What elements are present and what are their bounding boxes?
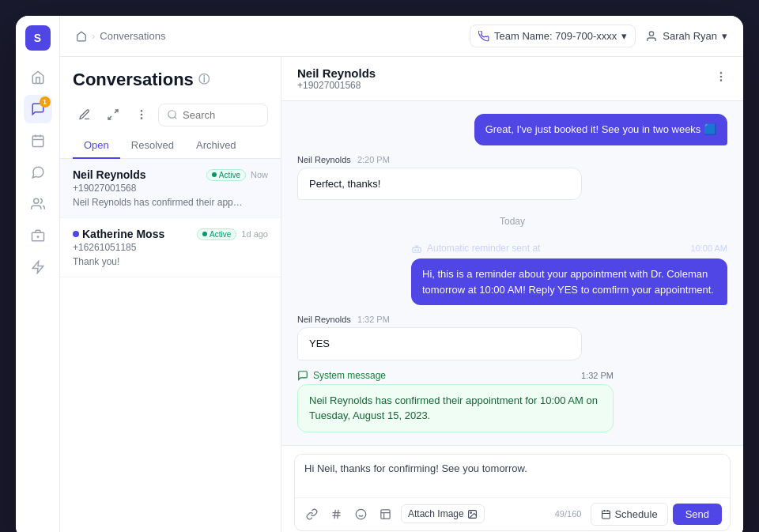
app-window: S 1 — [16, 16, 743, 532]
svg-marker-8 — [32, 262, 43, 274]
conversations-badge: 1 — [40, 96, 51, 108]
vertical-dots-icon — [715, 70, 727, 83]
msg-m2-time: 2:20 PM — [357, 155, 390, 164]
active-dot — [212, 172, 217, 177]
sidebar-item-messaging[interactable] — [24, 158, 52, 187]
system-icon — [297, 370, 308, 381]
tab-archived[interactable]: Archived — [185, 133, 247, 159]
compose-icon — [78, 108, 91, 121]
msg-m5: Neil Reynolds 1:32 PM YES — [297, 315, 727, 360]
main-content: › Conversations Team Name: 709-700-xxxx … — [60, 16, 743, 532]
link-icon — [306, 508, 318, 520]
char-count: 49/160 — [555, 509, 582, 519]
sidebar-item-conversations[interactable]: 1 — [24, 95, 52, 123]
sidebar-item-buildings[interactable] — [24, 221, 52, 250]
bot-icon — [411, 243, 422, 254]
team-selector-button[interactable]: Team Name: 709-700-xxxx ▾ — [470, 25, 636, 47]
template-button[interactable] — [376, 505, 395, 523]
phone-icon — [478, 31, 489, 42]
variable-icon — [330, 508, 342, 520]
conv-neil-phone: +19027001568 — [73, 183, 268, 194]
chat-input-footer: Attach Image 49/160 Schedule — [295, 497, 730, 530]
tab-open[interactable]: Open — [73, 133, 120, 159]
svg-rect-20 — [413, 247, 421, 252]
tab-resolved[interactable]: Resolved — [120, 133, 185, 159]
topbar: › Conversations Team Name: 709-700-xxxx … — [60, 16, 743, 57]
search-box — [158, 104, 268, 126]
svg-point-4 — [33, 198, 38, 203]
sidebar-item-contacts[interactable] — [24, 190, 52, 218]
breadcrumb: › Conversations — [76, 30, 165, 42]
chat-panel: Neil Reynolds +19027001568 Great, I've j… — [281, 57, 743, 532]
msg-m6: System message 1:32 PM Neil Reynolds has… — [297, 370, 727, 432]
image-icon — [467, 509, 478, 519]
system-time: 1:32 PM — [581, 371, 614, 380]
svg-point-12 — [141, 111, 142, 111]
more-button[interactable] — [130, 103, 153, 126]
team-chevron: ▾ — [621, 30, 627, 42]
system-label: System message — [297, 370, 386, 381]
svg-rect-30 — [381, 509, 390, 518]
svg-point-13 — [141, 114, 142, 115]
send-button[interactable]: Send — [673, 504, 722, 525]
send-actions: 49/160 Schedule Send — [555, 503, 722, 526]
page-title: Conversations ⓘ — [73, 70, 268, 90]
emoji-button[interactable] — [352, 505, 370, 523]
conv-neil-preview: Neil Reynolds has confirmed their appoin… — [73, 197, 247, 208]
conv-toolbar — [60, 96, 281, 133]
sidebar-item-automation[interactable] — [24, 253, 52, 281]
attach-image-button[interactable]: Attach Image — [401, 504, 485, 523]
emoji-icon — [355, 508, 367, 520]
sidebar-item-home[interactable] — [24, 63, 52, 92]
page-body: Conversations ⓘ — [60, 57, 743, 532]
svg-point-19 — [720, 80, 721, 81]
conv-katherine-preview: Thank you! — [73, 256, 247, 267]
more-icon — [135, 108, 148, 121]
breadcrumb-current: Conversations — [100, 30, 165, 42]
variable-button[interactable] — [327, 505, 346, 523]
user-chevron: ▾ — [722, 30, 727, 42]
conv-neil-time: Now — [251, 170, 268, 179]
chat-more-button[interactable] — [715, 70, 727, 87]
conv-neil-status: Active — [206, 169, 246, 181]
conv-katherine-phone: +16261051185 — [73, 242, 268, 253]
chat-input-tools: Attach Image — [303, 504, 485, 523]
chat-input-box: Hi Neil, thanks for confirming! See you … — [294, 454, 731, 531]
search-icon — [167, 109, 178, 120]
unread-dot — [73, 231, 79, 237]
chat-textarea[interactable]: Hi Neil, thanks for confirming! See you … — [295, 455, 730, 494]
tabs: Open Resolved Archived — [60, 133, 281, 159]
msg-m4: Automatic reminder sent at 10:00 AM Hi, … — [297, 243, 727, 305]
chat-contact-phone: +19027001568 — [297, 80, 376, 91]
conv-neil-name: Neil Reynolds — [73, 168, 146, 181]
user-icon — [645, 30, 658, 43]
conv-item-neil[interactable]: Neil Reynolds Active Now +19027001568 — [60, 159, 281, 218]
info-icon: ⓘ — [198, 73, 210, 87]
conv-item-katherine[interactable]: Katherine Moss Active 1d ago — [60, 218, 281, 277]
svg-point-22 — [417, 250, 418, 251]
automated-time: 10:00 AM — [691, 243, 727, 253]
sidebar-item-calendar[interactable] — [24, 126, 52, 155]
schedule-button[interactable]: Schedule — [591, 503, 667, 526]
home-breadcrumb-icon — [76, 31, 87, 42]
user-menu[interactable]: Sarah Ryan ▾ — [645, 30, 727, 43]
msg-m2-meta: Neil Reynolds 2:20 PM — [297, 155, 727, 164]
compose-button[interactable] — [73, 103, 96, 126]
svg-point-21 — [415, 250, 416, 251]
conversations-panel: Conversations ⓘ — [60, 57, 281, 532]
system-msg-bubble: Neil Reynolds has confirmed their appoin… — [297, 384, 614, 432]
automated-label: Automatic reminder sent at — [411, 243, 540, 254]
svg-point-32 — [470, 511, 472, 513]
conv-katherine-time: 1d ago — [241, 229, 268, 239]
svg-line-26 — [338, 509, 338, 518]
link-button[interactable] — [303, 505, 321, 523]
sidebar: S 1 — [16, 16, 60, 532]
msg-m2: Neil Reynolds 2:20 PM Perfect, thanks! — [297, 155, 727, 201]
search-input[interactable] — [183, 109, 259, 121]
svg-line-16 — [175, 117, 177, 119]
svg-point-27 — [356, 509, 366, 519]
msg-m1-bubble: Great, I've just booked it! See you in t… — [474, 114, 727, 145]
filter-button[interactable] — [101, 103, 125, 126]
user-name: Sarah Ryan — [663, 30, 717, 42]
msg-m5-time: 1:32 PM — [357, 315, 390, 324]
